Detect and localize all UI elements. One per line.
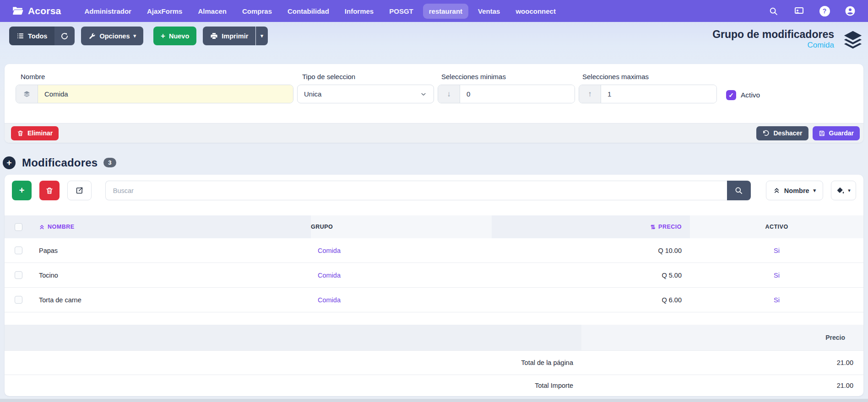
selecciones-minimas-input[interactable]: [460, 85, 575, 103]
refresh-button[interactable]: [54, 27, 75, 45]
brand-name: Acorsa: [28, 5, 61, 16]
imprimir-dropdown-button[interactable]: ▾: [256, 27, 268, 45]
cell-grupo-link[interactable]: Comida: [311, 247, 492, 254]
undo-icon: [762, 129, 770, 137]
activo-checkbox[interactable]: ✓: [726, 90, 736, 100]
plus-icon: +: [161, 32, 165, 40]
nav-item-contabilidad[interactable]: Contabilidad: [282, 4, 335, 19]
delete-rows-button[interactable]: [39, 181, 59, 200]
header-nombre[interactable]: NOMBRE: [32, 215, 311, 238]
page-total-value: 21.00: [581, 359, 863, 366]
cell-activo: Si: [690, 272, 863, 279]
nav-item-compras[interactable]: Compras: [236, 4, 278, 19]
refresh-icon: [60, 32, 69, 40]
header-checkbox-cell: [5, 215, 32, 238]
imprimir-button-group: Imprimir ▾: [203, 27, 268, 45]
opciones-button[interactable]: Opciones ▾: [81, 27, 143, 45]
table-search-button[interactable]: [727, 181, 751, 200]
double-chevron-up-icon: [773, 187, 780, 194]
field-activo: ✓ Activo: [726, 87, 760, 103]
paint-bucket-icon: [836, 187, 845, 195]
cell-nombre: Papas: [32, 247, 311, 254]
horizontal-scrollbar[interactable]: [0, 399, 868, 402]
group-form-card: Nombre Tipo de seleccion Unica: [5, 64, 863, 143]
imprimir-button[interactable]: Imprimir: [203, 27, 255, 45]
form-footer: Eliminar Deshacer Guardar: [5, 123, 863, 143]
check-icon: ✓: [728, 91, 734, 99]
page-total-row: Total de la página 21.00: [5, 350, 863, 375]
field-selecciones-minimas: Selecciones minimas ↓: [438, 72, 575, 103]
brand[interactable]: Acorsa: [12, 5, 61, 17]
field-nombre: Nombre: [16, 72, 293, 103]
nav-item-informes[interactable]: Informes: [339, 4, 380, 19]
header-grupo[interactable]: GRUPO: [311, 224, 492, 230]
field-selecciones-maximas: Selecciones maximas ↑: [579, 72, 717, 103]
nav-item-almacen[interactable]: Almacen: [192, 4, 233, 19]
folder-icon: [12, 5, 24, 17]
caret-down-icon: ▾: [134, 33, 136, 38]
save-icon: [819, 130, 825, 137]
sort-by-button[interactable]: Nombre ▾: [766, 181, 823, 200]
caret-down-icon: ▾: [260, 33, 263, 38]
nav-item-ventas[interactable]: Ventas: [472, 4, 506, 19]
table-row[interactable]: Torta de carne Comida Q 6.00 Si: [5, 288, 863, 312]
nombre-label: Nombre: [21, 72, 293, 81]
caret-down-icon: ▾: [848, 188, 851, 193]
select-all-checkbox[interactable]: [15, 223, 22, 231]
nav-item-ajaxforms[interactable]: AjaxForms: [141, 4, 189, 19]
row-checkbox[interactable]: [15, 296, 22, 304]
todos-button[interactable]: Todos: [9, 27, 54, 45]
open-external-button[interactable]: [67, 181, 92, 200]
modificadores-table-card: + Nombre ▾: [5, 175, 863, 396]
nuevo-button[interactable]: + Nuevo: [153, 27, 196, 45]
user-account-icon[interactable]: [844, 5, 856, 17]
eliminar-button[interactable]: Eliminar: [11, 126, 59, 140]
nav-item-restaurant[interactable]: restaurant: [423, 4, 468, 19]
caret-down-icon: ▾: [814, 188, 816, 193]
color-fill-button[interactable]: ▾: [831, 181, 856, 200]
cell-nombre: Tocino: [32, 272, 311, 279]
nav-item-posgt[interactable]: POSGT: [383, 4, 419, 19]
table-row[interactable]: Tocino Comida Q 5.00 Si: [5, 263, 863, 288]
row-checkbox[interactable]: [15, 271, 22, 279]
nombre-input[interactable]: [38, 85, 293, 103]
screen-user-icon[interactable]: [793, 5, 805, 17]
nav-item-administrador[interactable]: Administrador: [78, 4, 137, 19]
cell-grupo-link[interactable]: Comida: [311, 272, 492, 279]
guardar-button[interactable]: Guardar: [813, 126, 860, 140]
row-checkbox[interactable]: [15, 247, 22, 254]
add-row-button[interactable]: +: [12, 181, 32, 200]
header-precio[interactable]: ⇅ PRECIO: [492, 215, 690, 238]
cell-nombre: Torta de carne: [32, 296, 311, 304]
page-total-label: Total de la página: [5, 359, 581, 366]
cell-activo: Si: [690, 296, 863, 304]
cell-grupo-link[interactable]: Comida: [311, 296, 492, 304]
printer-icon: [210, 32, 218, 40]
top-toolbar: Todos Opciones ▾ + Nuevo Imprimir ▾ G: [0, 22, 868, 50]
cell-precio: Q 10.00: [492, 247, 690, 254]
selecciones-maximas-input[interactable]: [601, 85, 716, 103]
open-external-icon: [75, 186, 84, 195]
deshacer-button[interactable]: Deshacer: [756, 126, 808, 140]
nav-items: Administrador AjaxForms Almacen Compras …: [78, 4, 562, 19]
tipo-seleccion-select[interactable]: Unica: [297, 85, 434, 103]
nav-item-wooconnect[interactable]: wooconnect: [510, 4, 562, 19]
import-total-row: Total Importe 21.00: [5, 375, 863, 396]
nav-right-icons: ?: [767, 5, 856, 17]
tipo-seleccion-label: Tipo de seleccion: [302, 72, 434, 81]
navbar: Acorsa Administrador AjaxForms Almacen C…: [0, 0, 868, 22]
page-title: Grupo de modificadores: [712, 28, 834, 40]
add-section-button[interactable]: +: [3, 156, 16, 169]
precio-footer-label: Precio: [581, 325, 863, 350]
header-activo[interactable]: ACTIVO: [690, 224, 863, 230]
table-footer-band: Precio: [5, 325, 863, 350]
layers-icon: [842, 29, 863, 50]
arrow-up-icon: ↑: [579, 85, 601, 103]
import-total-value: 21.00: [581, 382, 863, 389]
todos-button-group: Todos: [9, 27, 75, 45]
table-search-input[interactable]: [105, 181, 727, 200]
help-icon[interactable]: ?: [819, 5, 830, 17]
trash-icon: [45, 187, 54, 195]
search-icon[interactable]: [767, 5, 779, 17]
table-row[interactable]: Papas Comida Q 10.00 Si: [5, 238, 863, 263]
